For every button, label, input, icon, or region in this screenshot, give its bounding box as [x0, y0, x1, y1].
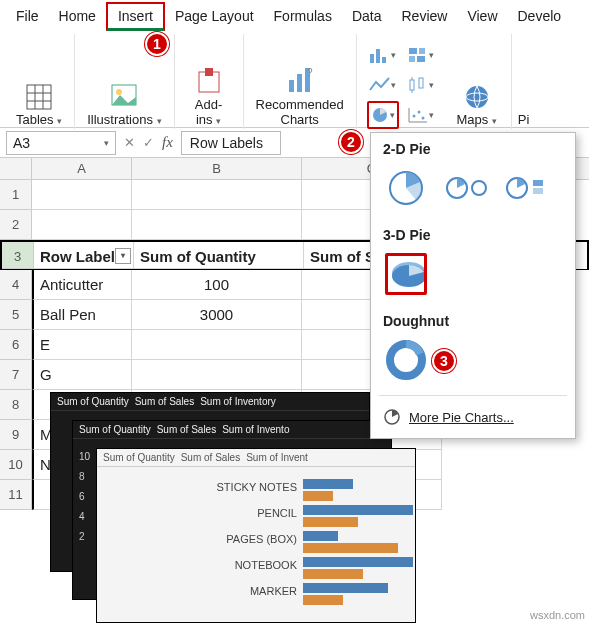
- svg-rect-13: [370, 54, 374, 63]
- svg-rect-23: [419, 78, 423, 88]
- doughnut-option[interactable]: [385, 339, 427, 381]
- svg-point-29: [422, 117, 425, 120]
- svg-rect-9: [289, 80, 294, 92]
- svg-rect-18: [409, 56, 415, 62]
- tab-data[interactable]: Data: [342, 4, 392, 28]
- more-pie-charts[interactable]: More Pie Charts...: [371, 400, 575, 434]
- row-3[interactable]: 3: [2, 242, 34, 269]
- insert-hierarchy-chart-button[interactable]: ▾: [405, 41, 437, 69]
- tab-developer[interactable]: Develo: [508, 4, 572, 28]
- tab-view[interactable]: View: [457, 4, 507, 28]
- svg-rect-8: [205, 68, 213, 76]
- col-A[interactable]: A: [32, 158, 132, 179]
- cancel-icon[interactable]: ✕: [124, 135, 135, 150]
- svg-rect-0: [27, 85, 51, 109]
- insert-line-chart-button[interactable]: ▾: [367, 71, 399, 99]
- name-box-value: A3: [13, 135, 30, 151]
- picture-icon: [110, 83, 138, 111]
- pie-chart-icon: [383, 408, 401, 426]
- pivot-sumqty-header[interactable]: Sum of Quantity: [134, 242, 304, 269]
- chart-preview-3[interactable]: Sum of QuantitySum of SalesSum of Invent…: [96, 448, 416, 623]
- svg-rect-14: [376, 49, 380, 63]
- addins-icon: [195, 68, 223, 96]
- name-box[interactable]: A3 ▾: [6, 131, 116, 155]
- svg-point-27: [413, 115, 416, 118]
- ribbon-tabs: File Home Insert Page Layout Formulas Da…: [0, 0, 589, 28]
- confirm-icon[interactable]: ✓: [143, 135, 154, 150]
- insert-column-chart-button[interactable]: ▾: [367, 41, 399, 69]
- insert-scatter-chart-button[interactable]: ▾: [405, 101, 437, 129]
- svg-point-34: [472, 181, 486, 195]
- maps-button[interactable]: Maps ▾: [451, 41, 503, 129]
- insert-statistic-chart-button[interactable]: ▾: [405, 71, 437, 99]
- pivot-rowlabels-header[interactable]: Row Labels▾: [34, 242, 134, 269]
- select-all-corner[interactable]: [0, 158, 32, 179]
- watermark: wsxdn.com: [530, 609, 585, 621]
- svg-point-6: [116, 89, 122, 95]
- svg-rect-10: [297, 74, 302, 92]
- menu-section-doughnut: Doughnut: [371, 305, 575, 333]
- row-5[interactable]: 5: [0, 300, 32, 330]
- menu-section-2d-pie: 2-D Pie: [371, 133, 575, 161]
- tab-home[interactable]: Home: [49, 4, 106, 28]
- svg-rect-37: [533, 188, 543, 194]
- chevron-down-icon: ▾: [104, 138, 109, 148]
- recommended-charts-label: Recommended Charts: [256, 98, 344, 127]
- tab-formulas[interactable]: Formulas: [264, 4, 342, 28]
- row-10[interactable]: 10: [0, 450, 32, 480]
- tables-label: Tables: [16, 112, 54, 127]
- callout-badge-1: 1: [145, 32, 169, 56]
- illustrations-label: Illustrations: [87, 112, 153, 127]
- svg-rect-17: [419, 48, 425, 54]
- chart-type-grid: ▾ ▾ ▾ ▾ ▾ ▾: [365, 41, 443, 129]
- chart-preview-stack: Sum of QuantitySum of SalesSum of Invent…: [50, 392, 390, 622]
- tables-button[interactable]: Tables ▾: [12, 41, 66, 129]
- filter-dropdown-icon[interactable]: ▾: [115, 248, 131, 264]
- svg-rect-19: [417, 56, 425, 62]
- tab-insert[interactable]: Insert: [106, 2, 165, 31]
- addins-button[interactable]: Add- ins ▾: [183, 41, 235, 129]
- table-icon: [25, 83, 53, 111]
- svg-text:?: ?: [307, 67, 313, 78]
- row-8[interactable]: 8: [0, 390, 32, 420]
- svg-rect-36: [533, 180, 543, 186]
- svg-rect-16: [409, 48, 417, 54]
- svg-point-30: [466, 86, 488, 108]
- bar-of-pie-option[interactable]: [505, 167, 547, 209]
- tab-review[interactable]: Review: [392, 4, 458, 28]
- pivotchart-button[interactable]: Pi: [514, 41, 534, 129]
- svg-point-28: [418, 111, 421, 114]
- col-B[interactable]: B: [132, 158, 302, 179]
- row-11[interactable]: 11: [0, 480, 32, 510]
- svg-rect-20: [410, 80, 414, 90]
- ribbon-insert: Tables ▾ Illustrations ▾ Add- ins ▾ ? Re…: [0, 28, 589, 128]
- svg-rect-15: [382, 57, 386, 63]
- row-2[interactable]: 2: [0, 210, 32, 240]
- callout-badge-3: 3: [432, 349, 456, 373]
- maps-label: Maps: [457, 112, 489, 127]
- pie-3d-option[interactable]: [385, 253, 427, 295]
- callout-badge-2: 2: [339, 130, 363, 154]
- row-7[interactable]: 7: [0, 360, 32, 390]
- insert-pie-chart-button[interactable]: ▾: [367, 101, 399, 129]
- fx-icon[interactable]: fx: [162, 134, 173, 151]
- pie-2d-option[interactable]: [385, 167, 427, 209]
- row-9[interactable]: 9: [0, 420, 32, 450]
- row-4[interactable]: 4: [0, 270, 32, 300]
- recommended-charts-button[interactable]: ? Recommended Charts: [252, 41, 348, 129]
- recommended-charts-icon: ?: [285, 66, 315, 96]
- pivotchart-label: Pi: [518, 113, 530, 127]
- row-6[interactable]: 6: [0, 330, 32, 360]
- globe-icon: [463, 83, 491, 111]
- tab-pagelayout[interactable]: Page Layout: [165, 4, 264, 28]
- menu-section-3d-pie: 3-D Pie: [371, 219, 575, 247]
- more-pie-charts-label: More Pie Charts...: [409, 410, 514, 425]
- row-1[interactable]: 1: [0, 180, 32, 210]
- formula-input[interactable]: Row Labels: [181, 131, 281, 155]
- pie-of-pie-option[interactable]: [445, 167, 487, 209]
- tab-file[interactable]: File: [6, 4, 49, 28]
- pie-chart-menu: 2-D Pie 3-D Pie Doughnut More Pie Charts…: [370, 132, 576, 439]
